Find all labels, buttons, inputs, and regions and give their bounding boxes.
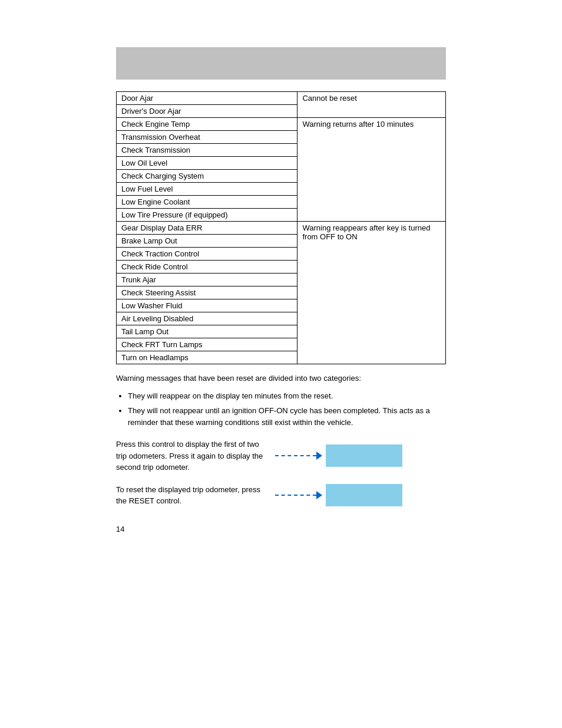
warning-cell: Gear Display Data ERR (117, 222, 297, 235)
diagram-text-2: To reset the displayed trip odometer, pr… (116, 484, 269, 507)
gray-header-bar (116, 47, 446, 80)
arrow-head-1 (316, 452, 322, 460)
warning-cell: Transmission Overheat (117, 131, 297, 144)
diagram-section: Press this control to display the first … (116, 439, 446, 507)
warning-cell: Trunk Ajar (117, 274, 297, 286)
page-container: Door AjarCannot be resetDriver's Door Aj… (0, 0, 562, 728)
intro-paragraph: Warning messages that have been reset ar… (116, 373, 446, 384)
dashed-arrow-1 (275, 452, 326, 460)
dashed-line-1 (275, 455, 316, 456)
warning-cell: Check Engine Temp (117, 118, 297, 131)
warning-cell: Check Charging System (117, 170, 297, 183)
warning-cell: Low Oil Level (117, 157, 297, 170)
warning-cell: Door Ajar (117, 92, 297, 105)
warning-cell: Turn on Headlamps (117, 351, 297, 364)
warning-cell: Check Ride Control (117, 261, 297, 274)
diagram-label-1: Press this control to display the first … (116, 440, 263, 472)
arrow-head-2 (316, 491, 322, 499)
bullet-list: They will reappear on the display ten mi… (128, 390, 446, 429)
warning-cell: Check FRT Turn Lamps (117, 338, 297, 351)
table-row: Door AjarCannot be reset (117, 92, 446, 105)
warning-cell: Check Steering Assist (117, 286, 297, 299)
arrow-area-2 (269, 484, 446, 506)
warning-cell: Check Traction Control (117, 248, 297, 261)
warning-cell: Check Transmission (117, 144, 297, 157)
table-row: Check Engine TempWarning returns after 1… (117, 118, 446, 131)
warning-cell: Tail Lamp Out (117, 325, 297, 338)
dashed-arrow-2 (275, 491, 326, 499)
diagram-row-1: Press this control to display the first … (116, 439, 446, 473)
blue-box-1 (326, 444, 402, 467)
note-cell: Warning returns after 10 minutes (297, 118, 446, 222)
bullet-item-2: They will not reappear until an ignition… (128, 405, 446, 428)
note-cell: Warning reappears after key is turned fr… (297, 222, 446, 364)
warning-cell: Air Leveling Disabled (117, 312, 297, 325)
arrow-area-1 (269, 444, 446, 467)
content-area: Door AjarCannot be resetDriver's Door Aj… (116, 91, 446, 533)
page-number: 14 (116, 525, 446, 533)
warning-cell: Low Tire Pressure (if equipped) (117, 209, 297, 222)
warning-cell: Low Fuel Level (117, 183, 297, 196)
diagram-text-1: Press this control to display the first … (116, 439, 269, 473)
blue-box-2 (326, 484, 402, 506)
dashed-line-2 (275, 495, 316, 496)
diagram-row-2: To reset the displayed trip odometer, pr… (116, 484, 446, 507)
warning-cell: Driver's Door Ajar (117, 105, 297, 118)
note-cell: Cannot be reset (297, 92, 446, 118)
bullet-item-1: They will reappear on the display ten mi… (128, 390, 446, 402)
warning-table: Door AjarCannot be resetDriver's Door Aj… (116, 91, 446, 364)
warning-cell: Brake Lamp Out (117, 235, 297, 248)
diagram-label-2: To reset the displayed trip odometer, pr… (116, 485, 260, 506)
warning-cell: Low Washer Fluid (117, 299, 297, 312)
table-row: Gear Display Data ERRWarning reappears a… (117, 222, 446, 235)
warning-cell: Low Engine Coolant (117, 196, 297, 209)
